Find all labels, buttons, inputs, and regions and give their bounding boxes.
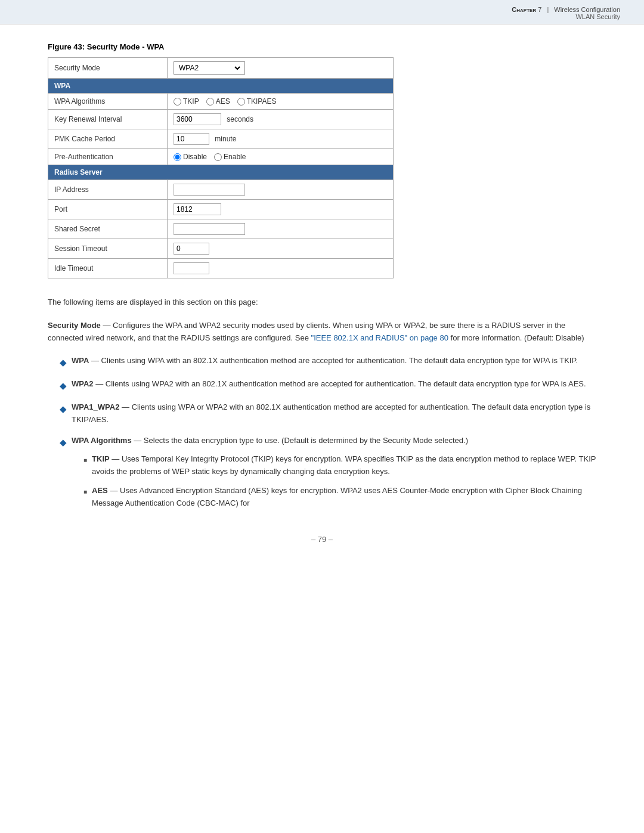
tkipaes-radio-item[interactable]: TKIPAES — [237, 97, 277, 106]
security-mode-select[interactable]: WPA2 WPA WPA1_WPA2 — [177, 63, 242, 73]
pmk-cache-label: PMK Cache Period — [48, 129, 168, 149]
shared-secret-input[interactable] — [174, 223, 245, 235]
disable-radio-item[interactable]: Disable — [174, 153, 207, 161]
diamond-icon: ◆ — [60, 379, 67, 393]
sub-list-item: ■ TKIP — Uses Temporal Key Integrity Pro… — [83, 453, 596, 478]
wpa-section-label: WPA — [48, 79, 394, 94]
pre-auth-row: Pre-Authentication Disable Enable — [48, 149, 394, 165]
disable-label: Disable — [183, 153, 207, 161]
shared-secret-value-cell — [168, 219, 394, 239]
tkipaes-label: TKIPAES — [247, 97, 277, 106]
pmk-cache-row: PMK Cache Period minute — [48, 129, 394, 149]
key-renewal-label: Key Renewal Interval — [48, 110, 168, 129]
idle-timeout-label: Idle Timeout — [48, 259, 168, 278]
tkip-bold: TKIP — [92, 454, 110, 463]
diamond-icon: ◆ — [60, 402, 67, 416]
pmk-cache-unit: minute — [215, 135, 236, 143]
security-mode-bold: Security Mode — [48, 321, 101, 330]
security-mode-row: Security Mode WPA2 WPA WPA1_WPA2 — [48, 58, 394, 79]
key-renewal-unit: seconds — [227, 115, 253, 123]
idle-timeout-input[interactable] — [174, 262, 209, 274]
session-timeout-label: Session Timeout — [48, 239, 168, 259]
sub-list-item: ■ AES — Uses Advanced Encryption Standar… — [83, 485, 596, 510]
idle-timeout-value-cell — [168, 259, 394, 278]
page-content: Figure 43: Security Mode - WPA Security … — [0, 24, 644, 568]
aes-radio[interactable] — [206, 98, 214, 106]
list-item: ◆ WPA Algorithms — Selects the data encr… — [60, 435, 596, 517]
bullet-list: ◆ WPA — Clients using WPA with an 802.1X… — [60, 355, 596, 517]
description-intro: The following items are displayed in thi… — [48, 296, 596, 309]
sub-title: WLAN Security — [24, 13, 620, 20]
wpa-bullet: WPA — Clients using WPA with an 802.1X a… — [72, 355, 596, 367]
session-timeout-value-cell — [168, 239, 394, 259]
tkip-radio-item[interactable]: TKIP — [174, 97, 199, 106]
security-mode-dropdown[interactable]: WPA2 WPA WPA1_WPA2 — [174, 61, 245, 75]
shared-secret-label: Shared Secret — [48, 219, 168, 239]
pmk-cache-value-cell: minute — [168, 129, 394, 149]
pmk-cache-input[interactable] — [174, 133, 209, 145]
enable-label: Enable — [224, 153, 246, 161]
list-item: ◆ WPA — Clients using WPA with an 802.1X… — [60, 355, 596, 370]
security-mode-value-cell: WPA2 WPA WPA1_WPA2 — [168, 58, 394, 79]
aes-sub-bullet: AES — Uses Advanced Encryption Standard … — [92, 485, 596, 510]
enable-radio-item[interactable]: Enable — [214, 153, 246, 161]
wpa1wpa2-bullet: WPA1_WPA2 — Clients using WPA or WPA2 wi… — [72, 401, 596, 426]
tkipaes-radio[interactable] — [237, 98, 245, 106]
figure-caption: Figure 43: Security Mode - WPA — [48, 42, 596, 51]
tkip-label: TKIP — [183, 97, 199, 106]
security-mode-description: Security Mode — Configures the WPA and W… — [48, 320, 596, 345]
aes-label: AES — [216, 97, 230, 106]
session-timeout-row: Session Timeout — [48, 239, 394, 259]
list-item: ◆ WPA1_WPA2 — Clients using WPA or WPA2 … — [60, 401, 596, 426]
wpa2-bullet: WPA2 — Clients using WPA2 with an 802.1X… — [72, 378, 596, 391]
chapter-word: Chapter — [512, 6, 536, 13]
wpa-algorithms-row: WPA Algorithms TKIP AES TKIPAES — [48, 94, 394, 110]
wpa-algorithms-bold: WPA Algorithms — [72, 436, 132, 445]
disable-radio[interactable] — [174, 153, 181, 161]
ieee-link[interactable]: "IEEE 802.1X and RADIUS" on page 80 — [311, 333, 448, 342]
square-icon: ■ — [83, 487, 87, 497]
wpa2-bold: WPA2 — [72, 379, 94, 388]
aes-bold: AES — [92, 486, 108, 495]
port-row: Port — [48, 200, 394, 219]
wpa-algorithms-label: WPA Algorithms — [48, 94, 168, 110]
radius-section-label: Radius Server — [48, 165, 394, 180]
wpa-algorithms-radio-group: TKIP AES TKIPAES — [174, 97, 387, 106]
tkip-radio[interactable] — [174, 98, 181, 106]
list-item: ◆ WPA2 — Clients using WPA2 with an 802.… — [60, 378, 596, 393]
square-icon: ■ — [83, 456, 87, 465]
radius-section-header: Radius Server — [48, 165, 394, 180]
security-mode-label: Security Mode — [48, 58, 168, 79]
diamond-icon: ◆ — [60, 435, 67, 450]
port-label: Port — [48, 200, 168, 219]
page-header: Chapter 7 | Wireless Configuration WLAN … — [0, 0, 644, 24]
key-renewal-input[interactable] — [174, 113, 221, 125]
key-renewal-row: Key Renewal Interval seconds — [48, 110, 394, 129]
key-renewal-value-cell: seconds — [168, 110, 394, 129]
ip-address-row: IP Address — [48, 180, 394, 200]
chapter-title: Wireless Configuration — [554, 6, 620, 13]
aes-radio-item[interactable]: AES — [206, 97, 230, 106]
pre-auth-label: Pre-Authentication — [48, 149, 168, 165]
port-input[interactable] — [174, 203, 221, 215]
shared-secret-row: Shared Secret — [48, 219, 394, 239]
wpa-algorithms-bullet: WPA Algorithms — Selects the data encryp… — [72, 435, 596, 517]
pre-auth-value-cell: Disable Enable — [168, 149, 394, 165]
config-table: Security Mode WPA2 WPA WPA1_WPA2 WPA WPA… — [48, 57, 394, 278]
ip-address-input[interactable] — [174, 184, 245, 196]
sub-bullet-list: ■ TKIP — Uses Temporal Key Integrity Pro… — [83, 453, 596, 510]
chapter-number: 7 — [538, 6, 541, 13]
page-footer: – 79 – — [48, 535, 596, 544]
separator: | — [547, 6, 549, 13]
security-mode-text2: for more information. (Default: Disable) — [451, 333, 584, 342]
session-timeout-input[interactable] — [174, 243, 209, 255]
page-number: – 79 – — [311, 535, 333, 544]
pre-auth-radio-group: Disable Enable — [174, 153, 387, 161]
enable-radio[interactable] — [214, 153, 222, 161]
wpa1wpa2-bold: WPA1_WPA2 — [72, 402, 119, 411]
wpa-algorithms-value: TKIP AES TKIPAES — [168, 94, 394, 110]
wpa-section-header: WPA — [48, 79, 394, 94]
intro-text: The following items are displayed in thi… — [48, 298, 258, 306]
chapter-line: Chapter 7 | Wireless Configuration — [24, 6, 620, 13]
wpa-bold: WPA — [72, 356, 89, 365]
